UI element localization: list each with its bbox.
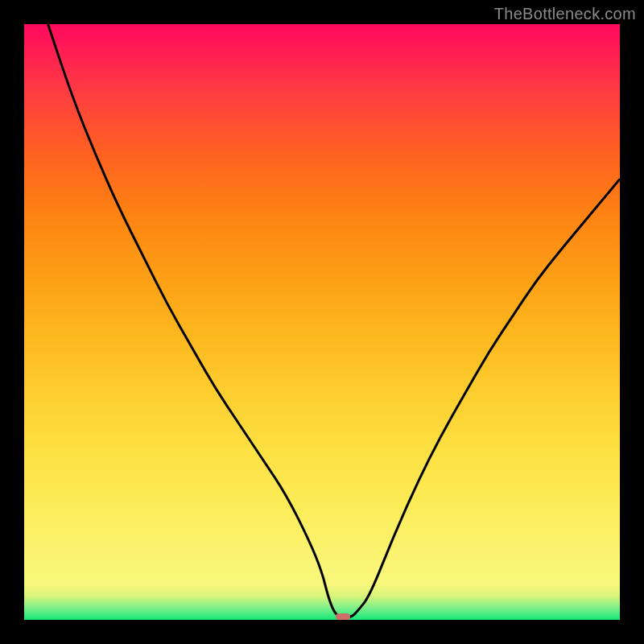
bottleneck-curve	[24, 24, 620, 620]
minimum-marker	[336, 613, 350, 620]
chart-frame	[24, 24, 620, 620]
watermark-text: TheBottleneck.com	[494, 5, 636, 23]
curve-path	[48, 24, 620, 617]
